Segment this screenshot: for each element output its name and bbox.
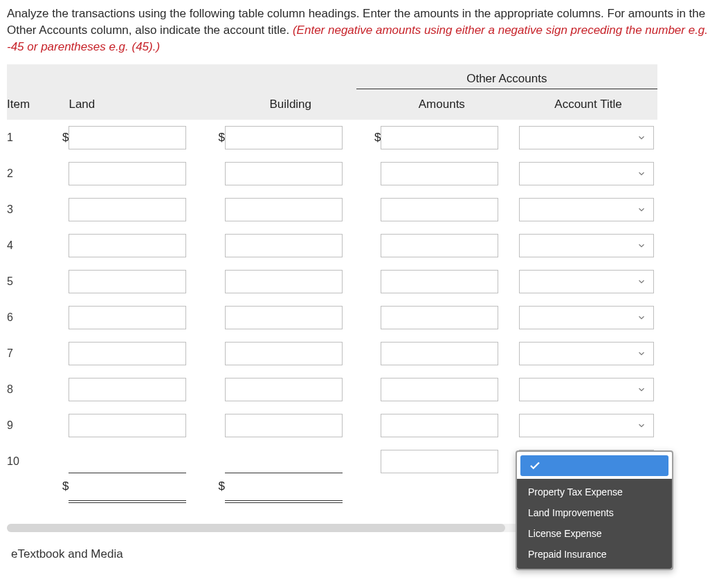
amount-input[interactable]: [381, 270, 498, 293]
amount-input[interactable]: [381, 450, 498, 473]
building-input[interactable]: [225, 270, 343, 293]
scrollbar-thumb[interactable]: [7, 524, 505, 532]
table-row: 8: [7, 372, 657, 408]
table-row: 2: [7, 156, 657, 192]
account-title-select[interactable]: [519, 126, 654, 149]
land-input[interactable]: [69, 270, 186, 293]
account-title-dropdown[interactable]: Property Tax Expense Land Improvements L…: [516, 450, 673, 570]
item-number: 2: [7, 156, 48, 192]
chevron-down-icon: [637, 241, 646, 250]
amount-input[interactable]: [381, 198, 498, 221]
table-row: 9: [7, 408, 657, 444]
amount-input[interactable]: [381, 234, 498, 257]
dollar-sign: $: [48, 120, 69, 156]
amount-input[interactable]: [381, 306, 498, 329]
item-number: 3: [7, 192, 48, 228]
building-input[interactable]: [225, 306, 343, 329]
header-item: Item: [7, 89, 48, 120]
land-input[interactable]: [69, 306, 186, 329]
chevron-down-icon: [637, 133, 646, 143]
amount-input[interactable]: [381, 414, 498, 437]
land-total-input[interactable]: [69, 480, 186, 503]
item-number: 6: [7, 300, 48, 336]
item-number: 9: [7, 408, 48, 444]
building-input[interactable]: [225, 162, 343, 185]
building-input[interactable]: [225, 378, 343, 401]
item-number: 8: [7, 372, 48, 408]
dropdown-option[interactable]: Land Improvements: [517, 502, 672, 523]
dropdown-option[interactable]: Prepaid Insurance: [517, 544, 672, 565]
amount-input[interactable]: [381, 378, 498, 401]
header-building: Building: [225, 89, 356, 120]
table-row: 4: [7, 228, 657, 264]
table-row: 3: [7, 192, 657, 228]
amount-input[interactable]: [381, 162, 498, 185]
header-amounts: Amounts: [381, 89, 502, 120]
building-input[interactable]: [225, 126, 343, 149]
amount-input[interactable]: [381, 126, 498, 149]
item-number: 1: [7, 120, 48, 156]
table-row: 7: [7, 336, 657, 372]
dollar-sign: $: [200, 120, 225, 156]
header-row-group: Other Accounts: [7, 64, 657, 89]
check-icon: [529, 459, 541, 472]
chevron-down-icon: [637, 313, 646, 322]
dropdown-options-list: Property Tax Expense Land Improvements L…: [517, 479, 672, 569]
land-input[interactable]: [69, 126, 186, 149]
account-title-select[interactable]: [519, 414, 654, 437]
land-input[interactable]: [69, 378, 186, 401]
account-title-select[interactable]: [519, 234, 654, 257]
account-title-select[interactable]: [519, 306, 654, 329]
item-number: 5: [7, 264, 48, 300]
land-input[interactable]: [69, 450, 186, 473]
chevron-down-icon: [637, 349, 646, 358]
table-row: 5: [7, 264, 657, 300]
building-input[interactable]: [225, 234, 343, 257]
land-input[interactable]: [69, 162, 186, 185]
dollar-sign: $: [200, 480, 225, 511]
land-input[interactable]: [69, 198, 186, 221]
amount-input[interactable]: [381, 342, 498, 365]
building-input[interactable]: [225, 198, 343, 221]
header-land: Land: [69, 89, 200, 120]
chevron-down-icon: [637, 421, 646, 430]
header-account-title: Account Title: [519, 89, 657, 120]
transactions-table: Other Accounts Item Land Building Amount…: [7, 64, 657, 511]
account-title-select[interactable]: [519, 342, 654, 365]
chevron-down-icon: [637, 277, 646, 286]
instructions-text: Analyze the transactions using the follo…: [7, 6, 721, 55]
account-title-select[interactable]: [519, 198, 654, 221]
dollar-sign: $: [356, 120, 381, 156]
land-input[interactable]: [69, 414, 186, 437]
item-number: 7: [7, 336, 48, 372]
building-input[interactable]: [225, 342, 343, 365]
chevron-down-icon: [637, 205, 646, 215]
account-title-select[interactable]: [519, 162, 654, 185]
table-row: 6: [7, 300, 657, 336]
item-number: 10: [7, 444, 48, 480]
building-input[interactable]: [225, 414, 343, 437]
other-accounts-group-label: Other Accounts: [356, 72, 657, 89]
dropdown-selected-blank[interactable]: [520, 455, 668, 476]
dropdown-option[interactable]: License Expense: [517, 523, 672, 544]
land-input[interactable]: [69, 234, 186, 257]
account-title-select[interactable]: [519, 270, 654, 293]
header-row-columns: Item Land Building Amounts Account Title: [7, 89, 657, 120]
dollar-sign: $: [48, 480, 69, 511]
dropdown-option[interactable]: Property Tax Expense: [517, 482, 672, 502]
building-total-input[interactable]: [225, 480, 343, 503]
item-number: 4: [7, 228, 48, 264]
chevron-down-icon: [637, 169, 646, 179]
chevron-down-icon: [637, 385, 646, 394]
account-title-select[interactable]: [519, 378, 654, 401]
building-input[interactable]: [225, 450, 343, 473]
table-row: 1 $ $ $: [7, 120, 657, 156]
land-input[interactable]: [69, 342, 186, 365]
